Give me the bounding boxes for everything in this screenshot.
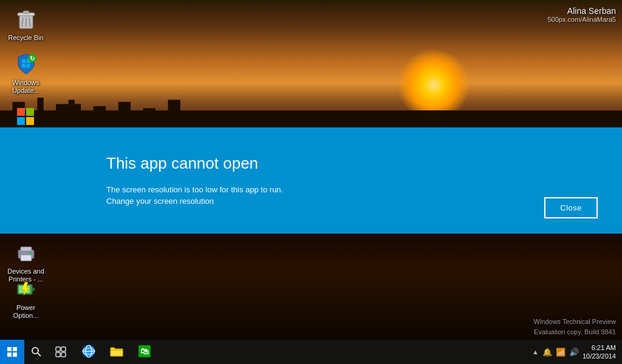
task-view-button[interactable]	[49, 340, 73, 364]
svg-line-28	[38, 353, 41, 356]
power-options-area: Power Option...	[3, 273, 49, 326]
tray-chevron[interactable]: ▲	[532, 348, 539, 356]
start-icon	[7, 346, 18, 357]
dialog-body-line1: The screen resolution is too low for thi…	[106, 184, 598, 196]
tray-network-icon[interactable]: 📶	[556, 348, 566, 357]
watermark-line1: Windows Technical Preview	[533, 317, 616, 327]
recycle-bin-image	[13, 6, 39, 32]
devices-printers-image	[13, 240, 39, 265]
watermark-line2: Evaluation copy. Build 9841	[533, 327, 616, 337]
recycle-bin-icon[interactable]: Recycle Bin	[3, 3, 49, 45]
svg-rect-14	[17, 117, 25, 125]
svg-rect-37	[111, 350, 123, 356]
start-button[interactable]	[0, 340, 24, 364]
svg-rect-9	[26, 64, 30, 68]
task-view-icon	[55, 346, 66, 357]
power-options-label: Power Option...	[6, 304, 46, 320]
svg-rect-15	[26, 117, 34, 125]
svg-rect-6	[22, 59, 26, 63]
svg-rect-23	[7, 347, 12, 351]
user-name: Alina Serban	[547, 6, 616, 16]
svg-rect-13	[26, 108, 34, 116]
svg-rect-32	[61, 352, 66, 357]
watermark: Windows Technical Preview Evaluation cop…	[533, 317, 616, 337]
search-button[interactable]	[24, 340, 49, 364]
svg-text:🛍: 🛍	[140, 346, 149, 356]
system-tray: ▲ 🔔 📶 🔊 6:21 AM 10/23/2014	[526, 343, 622, 361]
taskbar-apps: 🛍	[75, 340, 158, 364]
svg-rect-30	[61, 347, 66, 351]
svg-rect-8	[22, 64, 26, 68]
power-options-icon[interactable]: Power Option...	[3, 273, 49, 323]
windows-update-icon[interactable]: ↻ Windows Update...	[3, 48, 49, 98]
ie-icon	[81, 344, 96, 359]
user-url: 500px.com/AlinaMara5	[547, 16, 616, 23]
svg-rect-21	[32, 288, 35, 291]
dialog-title: This app cannot open	[106, 154, 598, 173]
taskbar: 🛍 ▲ 🔔 📶 🔊 6:21 AM 10/23/2014	[0, 340, 622, 364]
taskbar-ie[interactable]	[75, 340, 102, 364]
taskbar-store[interactable]: 🛍	[131, 340, 158, 364]
tray-notifications-icon[interactable]: 🔔	[542, 348, 552, 357]
svg-point-19	[29, 252, 32, 254]
tray-clock: 6:21 AM	[583, 343, 616, 352]
svg-rect-17	[21, 247, 32, 251]
desktop: Alina Serban 500px.com/AlinaMara5	[0, 0, 622, 364]
svg-rect-29	[56, 347, 60, 351]
desktop-background-bottom	[0, 240, 622, 340]
dialog-body-line2: Change your screen resolution	[106, 195, 598, 207]
windows-update-label: Windows Update...	[6, 79, 46, 95]
welcome-image	[13, 104, 39, 130]
recycle-bin-label: Recycle Bin	[8, 34, 43, 42]
dialog-body: The screen resolution is too low for thi…	[106, 184, 598, 207]
dialog-close-button[interactable]: Close	[544, 197, 598, 218]
svg-rect-18	[21, 255, 32, 261]
svg-rect-26	[13, 352, 17, 357]
tray-date: 10/23/2014	[583, 352, 616, 360]
svg-rect-2	[23, 11, 29, 13]
file-explorer-icon	[109, 344, 124, 359]
taskbar-explorer[interactable]	[103, 340, 130, 364]
store-icon: 🛍	[137, 344, 152, 359]
svg-rect-12	[17, 108, 25, 116]
svg-point-27	[32, 348, 38, 354]
windows-update-image: ↻	[13, 51, 39, 76]
search-icon	[31, 346, 42, 357]
power-options-image	[13, 276, 39, 302]
dialog-box: This app cannot open The screen resoluti…	[0, 127, 622, 234]
tray-volume-icon[interactable]: 🔊	[569, 348, 579, 357]
user-info: Alina Serban 500px.com/AlinaMara5	[547, 6, 616, 23]
tray-time: 6:21 AM 10/23/2014	[583, 343, 616, 361]
svg-rect-25	[7, 352, 12, 357]
svg-rect-24	[13, 347, 17, 351]
svg-text:↻: ↻	[30, 55, 35, 62]
svg-rect-31	[56, 352, 60, 357]
